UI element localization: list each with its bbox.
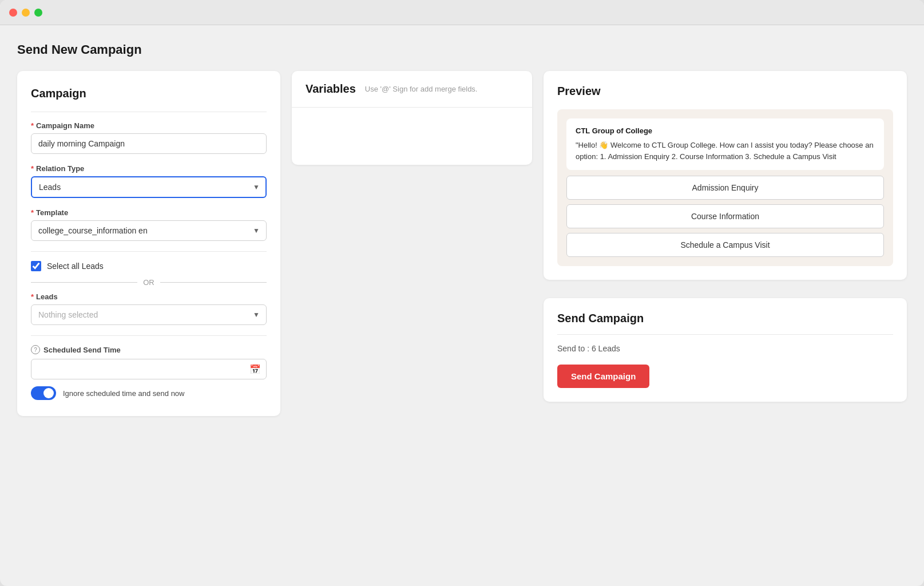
or-line-left — [31, 282, 137, 283]
chat-btn-admission[interactable]: Admission Enquiry — [566, 176, 884, 200]
app-window: Send New Campaign Campaign * Campaign Na… — [0, 0, 924, 586]
leads-wrapper: Nothing selected ▼ — [31, 304, 267, 325]
titlebar — [0, 0, 924, 25]
or-divider: OR — [31, 278, 267, 287]
preview-title: Preview — [557, 85, 893, 98]
info-icon[interactable]: ? — [31, 345, 40, 354]
page-content: Send New Campaign Campaign * Campaign Na… — [0, 25, 924, 433]
variables-header: Variables Use '@' Sign for add merge fie… — [292, 71, 532, 108]
relation-type-field: * Relation Type Leads Contacts Customers… — [31, 164, 267, 198]
ignore-schedule-label: Ignore scheduled time and send now — [63, 389, 184, 398]
chat-bubble: CTL Group of College "Hello! 👋 Welcome t… — [566, 118, 884, 170]
minimize-button[interactable] — [22, 9, 30, 17]
campaign-card: Campaign * Campaign Name * Relation Type — [17, 71, 280, 416]
right-column: Preview CTL Group of College "Hello! 👋 W… — [544, 71, 907, 402]
traffic-lights — [9, 9, 42, 17]
relation-type-label: * Relation Type — [31, 164, 267, 173]
main-layout: Campaign * Campaign Name * Relation Type — [17, 71, 907, 416]
send-divider — [557, 334, 893, 335]
chat-btn-course[interactable]: Course Information — [566, 204, 884, 228]
close-button[interactable] — [9, 9, 17, 17]
chat-message: "Hello! 👋 Welcome to CTL Group College. … — [576, 140, 875, 162]
template-select[interactable]: college_course_information en — [31, 220, 267, 241]
divider-mid — [31, 251, 267, 252]
send-campaign-title: Send Campaign — [557, 312, 893, 325]
template-wrapper: college_course_information en ▼ — [31, 220, 267, 241]
select-all-leads-label: Select all Leads — [47, 262, 104, 271]
campaign-card-title: Campaign — [31, 87, 267, 100]
campaign-name-label: * Campaign Name — [31, 121, 267, 130]
divider-top — [31, 112, 267, 112]
phone-preview: CTL Group of College "Hello! 👋 Welcome t… — [557, 109, 893, 266]
leads-select[interactable]: Nothing selected — [31, 304, 267, 325]
ignore-schedule-toggle[interactable] — [31, 386, 56, 400]
page-title: Send New Campaign — [17, 42, 907, 57]
leads-field: * Leads Nothing selected ▼ — [31, 292, 267, 325]
preview-card: Preview CTL Group of College "Hello! 👋 W… — [544, 71, 907, 280]
send-campaign-button[interactable]: Send Campaign — [557, 365, 649, 388]
required-star: * — [31, 121, 34, 130]
divider-bottom — [31, 335, 267, 336]
chat-sender: CTL Group of College — [576, 126, 875, 135]
schedule-label-row: ? Scheduled Send Time — [31, 345, 267, 354]
template-field: * Template college_course_information en… — [31, 208, 267, 241]
send-campaign-card: Send Campaign Send to : 6 Leads Send Cam… — [544, 298, 907, 402]
select-all-leads-checkbox[interactable] — [31, 261, 41, 271]
datetime-input[interactable] — [31, 359, 267, 379]
maximize-button[interactable] — [34, 9, 42, 17]
datetime-wrapper: 📅 — [31, 359, 267, 379]
relation-type-select[interactable]: Leads Contacts Customers — [31, 176, 267, 198]
toggle-row: Ignore scheduled time and send now — [31, 386, 267, 400]
leads-label: * Leads — [31, 292, 267, 301]
chat-buttons: Admission Enquiry Course Information Sch… — [566, 176, 884, 257]
calendar-icon[interactable]: 📅 — [249, 364, 261, 375]
template-label: * Template — [31, 208, 267, 217]
required-star-3: * — [31, 208, 34, 217]
required-star-2: * — [31, 164, 34, 173]
toggle-slider — [31, 386, 56, 400]
relation-type-wrapper: Leads Contacts Customers ▼ — [31, 176, 267, 198]
send-to-text: Send to : 6 Leads — [557, 344, 893, 353]
variables-card: Variables Use '@' Sign for add merge fie… — [292, 71, 532, 165]
campaign-name-input[interactable] — [31, 133, 267, 154]
chat-btn-campus[interactable]: Schedule a Campus Visit — [566, 233, 884, 257]
variables-hint: Use '@' Sign for add merge fields. — [365, 85, 478, 93]
select-all-leads-row: Select all Leads — [31, 261, 267, 271]
or-text: OR — [143, 278, 154, 287]
variables-title: Variables — [306, 82, 356, 96]
campaign-name-field: * Campaign Name — [31, 121, 267, 154]
schedule-label: Scheduled Send Time — [43, 346, 121, 354]
or-line-right — [160, 282, 267, 283]
required-star-4: * — [31, 292, 34, 301]
variables-body — [292, 108, 532, 165]
